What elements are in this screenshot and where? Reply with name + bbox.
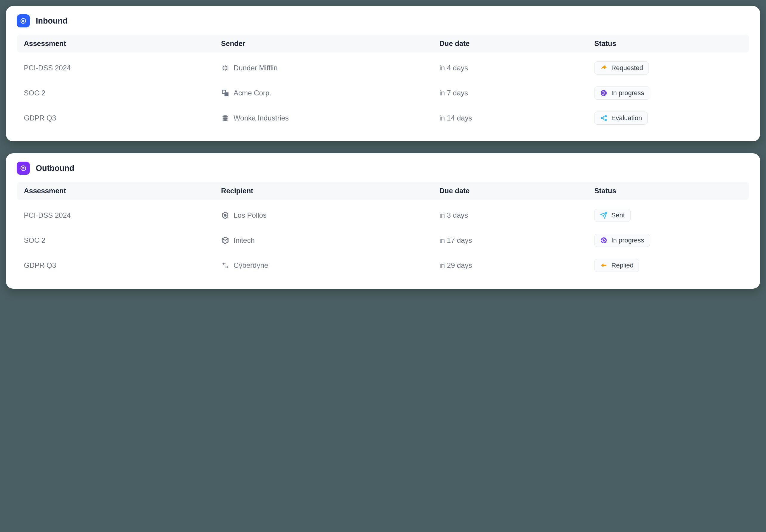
svg-rect-2: [225, 93, 228, 96]
col-due: Due date: [439, 187, 587, 195]
status-label: Sent: [611, 211, 625, 219]
status-cell: Requested: [594, 61, 742, 75]
status-badge[interactable]: In progress: [594, 86, 650, 100]
col-assessment: Assessment: [24, 187, 214, 195]
due-date: in 7 days: [439, 89, 587, 97]
status-label: In progress: [611, 236, 644, 244]
assessment-name: SOC 2: [24, 89, 214, 97]
sender-cell: Acme Corp.: [221, 89, 432, 97]
status-label: Replied: [611, 262, 634, 269]
due-date: in 29 days: [439, 261, 587, 270]
assessment-name: PCI-DSS 2024: [24, 211, 214, 219]
status-cell: Evaluation: [594, 112, 742, 125]
col-status: Status: [594, 187, 742, 195]
table-row[interactable]: SOC 2 Initech in 17 days: [17, 228, 749, 253]
svg-point-12: [224, 214, 226, 216]
sender-name: Wonka Industries: [234, 114, 289, 122]
status-label: Evaluation: [611, 114, 642, 122]
recipient-cell: Cyberdyne: [221, 261, 432, 270]
table-row[interactable]: PCI-DSS 2024 Dunder Mifflin in 4 days Re…: [17, 55, 749, 81]
sitemap-icon: [600, 114, 608, 122]
status-badge[interactable]: Replied: [594, 259, 639, 272]
assessment-name: GDPR Q3: [24, 114, 214, 122]
sender-name: Dunder Mifflin: [234, 64, 278, 72]
sender-cell: Wonka Industries: [221, 114, 432, 122]
outbound-icon: [17, 162, 30, 175]
table-row[interactable]: GDPR Q3 Cyberdyne in 29 days Replied: [17, 253, 749, 278]
target-icon: [221, 211, 229, 219]
due-date: in 14 days: [439, 114, 587, 122]
status-cell: In progress: [594, 86, 742, 100]
status-cell: Replied: [594, 259, 742, 272]
cube-icon: [221, 236, 229, 245]
col-due: Due date: [439, 39, 587, 48]
status-badge[interactable]: Evaluation: [594, 112, 648, 125]
status-label: In progress: [611, 89, 644, 97]
status-cell: In progress: [594, 234, 742, 247]
col-status: Status: [594, 39, 742, 48]
recipient-name: Cyberdyne: [234, 261, 268, 270]
progress-icon: [600, 89, 608, 97]
inbound-icon: [17, 14, 30, 27]
col-recipient: Recipient: [221, 187, 432, 195]
arrows-icon: [221, 261, 229, 270]
outbound-table-header: Assessment Recipient Due date Status: [17, 182, 749, 200]
inbound-table-body: PCI-DSS 2024 Dunder Mifflin in 4 days Re…: [17, 55, 749, 131]
assessment-name: GDPR Q3: [24, 261, 214, 270]
svg-rect-8: [605, 115, 607, 117]
share-icon: [600, 64, 608, 72]
col-sender: Sender: [221, 39, 432, 48]
send-icon: [600, 211, 608, 219]
status-badge[interactable]: Requested: [594, 61, 648, 75]
svg-rect-9: [605, 119, 607, 121]
svg-point-4: [222, 115, 228, 117]
sender-cell: Dunder Mifflin: [221, 64, 432, 72]
sender-name: Acme Corp.: [234, 89, 271, 97]
progress-icon: [600, 236, 608, 244]
outbound-table-body: PCI-DSS 2024 Los Pollos in 3 days: [17, 203, 749, 278]
inbound-table-header: Assessment Sender Due date Status: [17, 35, 749, 52]
reply-icon: [600, 262, 608, 269]
shapes-icon: [221, 89, 229, 97]
table-row[interactable]: SOC 2 Acme Corp. in 7 days: [17, 81, 749, 106]
status-cell: Sent: [594, 209, 742, 222]
outbound-title: Outbound: [36, 164, 74, 173]
inbound-title: Inbound: [36, 16, 67, 26]
recipient-name: Initech: [234, 236, 255, 245]
outbound-card: Outbound Assessment Recipient Due date S…: [6, 153, 760, 289]
inbound-card: Inbound Assessment Sender Due date Statu…: [6, 6, 760, 141]
recipient-cell: Initech: [221, 236, 432, 245]
status-label: Requested: [611, 64, 643, 72]
starburst-icon: [221, 64, 229, 72]
svg-rect-7: [601, 117, 603, 119]
layers-icon: [221, 114, 229, 122]
table-row[interactable]: GDPR Q3 Wonka Industries in 14 days: [17, 106, 749, 131]
due-date: in 4 days: [439, 64, 587, 72]
recipient-cell: Los Pollos: [221, 211, 432, 219]
due-date: in 3 days: [439, 211, 587, 219]
due-date: in 17 days: [439, 236, 587, 245]
status-badge[interactable]: In progress: [594, 234, 650, 247]
outbound-header: Outbound: [17, 162, 749, 175]
svg-point-6: [222, 119, 228, 121]
assessment-name: PCI-DSS 2024: [24, 64, 214, 72]
recipient-name: Los Pollos: [234, 211, 267, 219]
table-row[interactable]: PCI-DSS 2024 Los Pollos in 3 days: [17, 203, 749, 228]
svg-point-5: [222, 117, 228, 119]
inbound-header: Inbound: [17, 14, 749, 27]
assessment-name: SOC 2: [24, 236, 214, 245]
col-assessment: Assessment: [24, 39, 214, 48]
status-badge[interactable]: Sent: [594, 209, 630, 222]
